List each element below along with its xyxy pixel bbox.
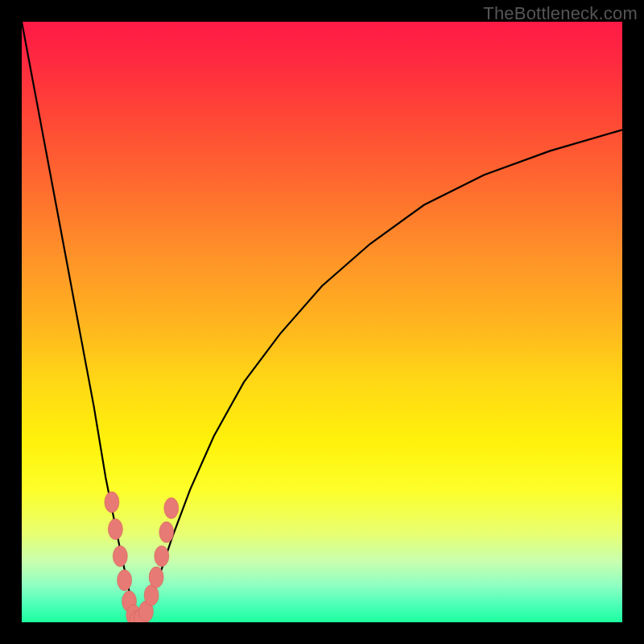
bead-marker [159,522,174,543]
bead-marker [149,567,163,588]
marker-beads [105,492,179,622]
bottleneck-curve-svg [22,22,622,622]
bead-marker [155,546,169,567]
bead-marker [164,497,179,518]
bead-marker [113,546,127,567]
bead-marker [108,518,122,539]
chart-frame: TheBottleneck.com [0,0,644,644]
bead-marker [118,570,132,591]
watermark-text: TheBottleneck.com [483,3,638,24]
curve-right-branch [137,130,622,622]
plot-area [22,22,622,622]
bead-marker [144,584,159,605]
bead-marker [105,492,119,513]
